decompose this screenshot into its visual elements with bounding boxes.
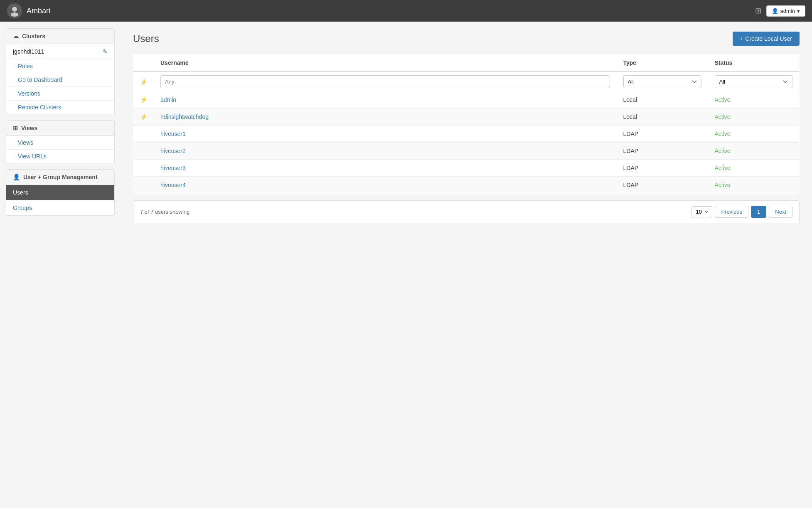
grid-icon[interactable]: ⊞ xyxy=(755,6,761,15)
username-link[interactable]: hiveuser2 xyxy=(160,148,186,154)
username-cell: hiveuser4 xyxy=(154,177,617,194)
bolt-icon: ⚡ xyxy=(140,113,147,120)
status-cell: Active xyxy=(708,91,800,109)
username-filter-input[interactable] xyxy=(160,75,610,88)
page-1-button[interactable]: 1 xyxy=(751,206,766,218)
sidebar-item-remote-clusters[interactable]: Remote Clusters xyxy=(6,101,114,114)
status-cell: Active xyxy=(708,177,800,194)
table-row: ⚡adminLocalActive xyxy=(133,91,800,109)
page-size-select[interactable]: 10 25 50 xyxy=(691,206,712,217)
status-badge: Active xyxy=(715,182,731,188)
bolt-cell xyxy=(133,143,154,160)
username-link[interactable]: hiveuser4 xyxy=(160,182,186,188)
type-cell: Local xyxy=(617,91,708,109)
layout: ☁ Clusters jgshhdi1011 ✎ Roles Go to Das… xyxy=(0,22,812,508)
sidebar-item-versions[interactable]: Versions xyxy=(6,87,114,101)
type-cell: LDAP xyxy=(617,160,708,177)
filter-status-cell: All Active Inactive xyxy=(708,72,800,91)
type-cell: LDAP xyxy=(617,177,708,194)
topnav-left: Ambari xyxy=(7,3,50,19)
user-group-section-header: 👤 User + Group Management xyxy=(6,170,114,185)
topnav-right: ⊞ 👤 admin ▾ xyxy=(755,5,805,17)
pagination-bar: 7 of 7 users showing 10 25 50 Previous 1… xyxy=(133,200,800,223)
bolt-cell: ⚡ xyxy=(133,91,154,109)
views-section-header: ⊞ Views xyxy=(6,121,114,136)
filter-type-cell: All Local LDAP xyxy=(617,72,708,91)
username-link[interactable]: admin xyxy=(160,96,176,103)
username-cell: hdinsightwatchdog xyxy=(154,109,617,126)
table-row: ⚡hdinsightwatchdogLocalActive xyxy=(133,109,800,126)
username-cell: hiveuser2 xyxy=(154,143,617,160)
svg-point-2 xyxy=(11,12,18,17)
next-button[interactable]: Next xyxy=(769,206,792,218)
table-row: hiveuser2LDAPActive xyxy=(133,143,800,160)
status-cell: Active xyxy=(708,126,800,143)
sidebar: ☁ Clusters jgshhdi1011 ✎ Roles Go to Das… xyxy=(0,22,121,508)
type-cell: LDAP xyxy=(617,143,708,160)
user-group-section: 👤 User + Group Management Users Groups xyxy=(6,169,115,216)
filter-bolt-cell: ⚡ xyxy=(133,72,154,91)
create-local-user-button[interactable]: + Create Local User xyxy=(733,32,800,46)
status-cell: Active xyxy=(708,143,800,160)
topnav: Ambari ⊞ 👤 admin ▾ xyxy=(0,0,812,22)
user-group-icon: 👤 xyxy=(13,174,20,180)
app-logo xyxy=(7,3,22,19)
pagination-info: 7 of 7 users showing xyxy=(140,209,189,215)
clusters-section: ☁ Clusters jgshhdi1011 ✎ Roles Go to Das… xyxy=(6,28,115,114)
status-filter-select[interactable]: All Active Inactive xyxy=(715,75,793,88)
users-table: Username Type Status ⚡ All Local xyxy=(133,54,800,194)
clusters-section-header: ☁ Clusters xyxy=(6,29,114,44)
status-badge: Active xyxy=(715,148,731,154)
sidebar-item-dashboard[interactable]: Go to Dashboard xyxy=(6,73,114,87)
main-header: Users + Create Local User xyxy=(133,32,800,46)
status-badge: Active xyxy=(715,96,731,103)
table-row: hiveuser1LDAPActive xyxy=(133,126,800,143)
username-col-header: Username xyxy=(154,54,617,72)
status-badge: Active xyxy=(715,165,731,171)
bolt-cell xyxy=(133,177,154,194)
bolt-cell xyxy=(133,160,154,177)
status-col-header: Status xyxy=(708,54,800,72)
admin-menu-button[interactable]: 👤 admin ▾ xyxy=(766,5,805,17)
views-grid-icon: ⊞ xyxy=(13,125,18,131)
bolt-col-header xyxy=(133,54,154,72)
type-col-header: Type xyxy=(617,54,708,72)
cluster-edit-icon[interactable]: ✎ xyxy=(103,48,108,55)
table-row: hiveuser4LDAPActive xyxy=(133,177,800,194)
username-cell: admin xyxy=(154,91,617,109)
username-link[interactable]: hdinsightwatchdog xyxy=(160,113,209,120)
sidebar-item-roles[interactable]: Roles xyxy=(6,59,114,73)
cluster-name-item: jgshhdi1011 ✎ xyxy=(6,44,114,59)
dropdown-arrow-icon: ▾ xyxy=(797,8,800,14)
type-cell: Local xyxy=(617,109,708,126)
user-icon: 👤 xyxy=(772,8,778,14)
previous-button[interactable]: Previous xyxy=(715,206,748,218)
status-cell: Active xyxy=(708,109,800,126)
main-content: Users + Create Local User Username Type … xyxy=(121,22,812,508)
pagination-controls: 10 25 50 Previous 1 Next xyxy=(691,206,792,218)
username-link[interactable]: hiveuser1 xyxy=(160,131,186,137)
page-title: Users xyxy=(133,33,159,44)
username-cell: hiveuser3 xyxy=(154,160,617,177)
filter-bolt-icon: ⚡ xyxy=(140,79,147,85)
bolt-cell: ⚡ xyxy=(133,109,154,126)
svg-point-1 xyxy=(12,7,17,12)
username-cell: hiveuser1 xyxy=(154,126,617,143)
status-badge: Active xyxy=(715,131,731,137)
sidebar-item-views[interactable]: Views xyxy=(6,136,114,150)
filter-username-cell xyxy=(154,72,617,91)
app-title: Ambari xyxy=(27,7,50,15)
admin-label: admin xyxy=(780,8,795,14)
type-filter-select[interactable]: All Local LDAP xyxy=(623,75,701,88)
status-cell: Active xyxy=(708,160,800,177)
sidebar-item-users[interactable]: Users xyxy=(6,185,114,200)
sidebar-item-view-urls[interactable]: View URLs xyxy=(6,150,114,163)
sidebar-item-groups[interactable]: Groups xyxy=(6,200,114,215)
status-badge: Active xyxy=(715,113,731,120)
bolt-cell xyxy=(133,126,154,143)
views-section: ⊞ Views Views View URLs xyxy=(6,120,115,163)
type-cell: LDAP xyxy=(617,126,708,143)
username-link[interactable]: hiveuser3 xyxy=(160,165,186,171)
table-row: hiveuser3LDAPActive xyxy=(133,160,800,177)
cluster-name: jgshhdi1011 xyxy=(13,48,44,55)
